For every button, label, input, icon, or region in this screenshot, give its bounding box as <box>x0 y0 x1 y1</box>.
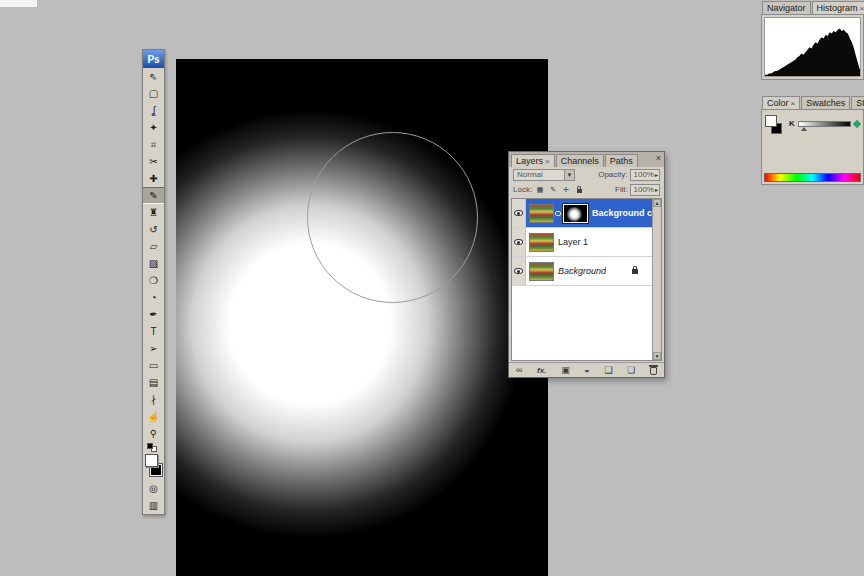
tab-styles-label: Styl <box>856 98 864 108</box>
layers-palette-footer: ∞ fx. ▣ ◒ ❑ ❏ <box>509 362 664 377</box>
history-brush-tool[interactable]: ↺ <box>143 221 164 238</box>
tab-styles[interactable]: Styl <box>851 96 864 109</box>
layer-thumbnail[interactable] <box>529 262 554 281</box>
zoom-tool[interactable]: ⚲ <box>143 425 164 442</box>
link-layers-icon[interactable]: ∞ <box>516 365 522 375</box>
layers-scrollbar[interactable]: ▲ ▼ <box>652 199 661 360</box>
quick-mask-button[interactable]: ◎ <box>143 480 164 497</box>
new-group-icon[interactable]: ❑ <box>604 365 612 375</box>
layer-mask-thumbnail[interactable] <box>563 204 588 223</box>
blur-tool[interactable]: ❍ <box>143 272 164 289</box>
tools-palette: Ps ⇖ ▢ ʆ ✦ ⌗ ✂ ✚ ✎ ♜ ↺ ▱ ▨ ❍ ◔ ✒ T ➢ ▭ ▤… <box>142 49 165 515</box>
lock-transparency-icon[interactable]: ▦ <box>535 184 545 195</box>
layer-style-icon[interactable]: fx. <box>537 366 546 375</box>
photoshop-workspace: Ps ⇖ ▢ ʆ ✦ ⌗ ✂ ✚ ✎ ♜ ↺ ▱ ▨ ❍ ◔ ✒ T ➢ ▭ ▤… <box>0 0 864 576</box>
tab-paths-label: Paths <box>610 156 633 166</box>
add-mask-icon[interactable]: ▣ <box>561 365 570 375</box>
lasso-tool[interactable]: ʆ <box>143 102 164 119</box>
opacity-value: 100% <box>634 170 654 179</box>
k-slider-row: K <box>789 119 860 128</box>
healing-brush-tool[interactable]: ✚ <box>143 170 164 187</box>
lock-pixels-icon[interactable]: ✎ <box>548 184 558 195</box>
color-body: K <box>761 109 864 185</box>
lock-fill-row: Lock: ▦ ✎ ✛ Fill: 100% ▸ <box>509 182 664 197</box>
eyedropper-tool[interactable]: ∤ <box>143 391 164 408</box>
blend-mode-value: Normal <box>517 170 543 179</box>
fill-field[interactable]: 100% ▸ <box>630 184 660 196</box>
opacity-flyout-icon[interactable]: ▸ <box>655 171 658 178</box>
scroll-down-icon[interactable]: ▼ <box>653 352 661 360</box>
type-tool[interactable]: T <box>143 323 164 340</box>
k-slider-marker[interactable] <box>801 127 807 131</box>
layer-list: Background c... Layer 1 Background <box>511 198 662 361</box>
layer-thumbnail[interactable] <box>529 233 554 252</box>
k-slider-ramp[interactable] <box>798 121 851 127</box>
magic-wand-tool[interactable]: ✦ <box>143 119 164 136</box>
pen-tool[interactable]: ✒ <box>143 306 164 323</box>
fill-flyout-icon[interactable]: ▸ <box>655 186 658 193</box>
gradient-tool[interactable]: ▨ <box>143 255 164 272</box>
visibility-toggle[interactable] <box>512 257 526 285</box>
new-layer-icon[interactable]: ❏ <box>627 365 635 375</box>
foreground-color-swatch[interactable] <box>145 454 158 467</box>
histogram-panel-tabbar: Navigator Histogram × <box>761 1 864 14</box>
foreground-background-colors <box>143 453 164 480</box>
delete-layer-icon[interactable] <box>650 367 657 375</box>
histogram-display <box>764 17 861 77</box>
dodge-tool[interactable]: ◔ <box>143 289 164 306</box>
notes-tool[interactable]: ▤ <box>143 374 164 391</box>
tab-paths[interactable]: Paths <box>605 154 638 167</box>
tab-navigator[interactable]: Navigator <box>762 1 811 14</box>
color-spectrum-bar[interactable] <box>764 173 861 182</box>
layer-row-layer1[interactable]: Layer 1 <box>512 228 652 257</box>
eye-icon <box>514 268 523 274</box>
tab-navigator-label: Navigator <box>767 3 806 13</box>
slice-tool[interactable]: ✂ <box>143 153 164 170</box>
blend-mode-dropdown[interactable]: Normal ▼ <box>513 169 575 181</box>
eye-icon <box>514 210 523 216</box>
tab-close-icon[interactable]: × <box>791 99 796 108</box>
document-canvas[interactable] <box>176 59 548 576</box>
tab-close-icon[interactable]: × <box>545 157 550 166</box>
fill-value: 100% <box>634 185 654 194</box>
foreground-color-swatch[interactable] <box>765 115 777 127</box>
tab-swatches[interactable]: Swatches <box>801 96 850 109</box>
layers-palette-tabbar: Layers × Channels Paths × <box>509 152 664 167</box>
locked-layer-icon <box>632 269 638 274</box>
lock-all-button[interactable] <box>574 184 584 195</box>
move-tool[interactable]: ⇖ <box>143 68 164 85</box>
clone-stamp-tool[interactable]: ♜ <box>143 204 164 221</box>
marquee-tool[interactable]: ▢ <box>143 85 164 102</box>
tab-color[interactable]: Color × <box>762 96 800 109</box>
tab-layers[interactable]: Layers × <box>511 154 555 167</box>
lock-position-icon[interactable]: ✛ <box>561 184 571 195</box>
visibility-toggle[interactable] <box>512 228 526 256</box>
layers-palette: Layers × Channels Paths × Normal ▼ Opaci… <box>508 151 665 378</box>
shape-tool[interactable]: ▭ <box>143 357 164 374</box>
tab-channels[interactable]: Channels <box>556 154 604 167</box>
path-select-tool[interactable]: ➢ <box>143 340 164 357</box>
layer-name: Background c... <box>592 208 652 218</box>
opacity-field[interactable]: 100% ▸ <box>630 169 660 181</box>
histogram-shape <box>765 26 860 76</box>
crop-tool[interactable]: ⌗ <box>143 136 164 153</box>
mask-link-icon[interactable] <box>555 211 561 216</box>
chevron-down-icon[interactable]: ▼ <box>564 170 574 180</box>
color-panel: Color × Swatches Styl K <box>761 96 864 185</box>
layer-thumbnail[interactable] <box>529 204 554 223</box>
screen-mode-button[interactable]: ▥ <box>143 497 164 514</box>
palette-close-icon[interactable]: × <box>656 154 661 163</box>
tab-swatches-label: Swatches <box>806 98 845 108</box>
tab-histogram[interactable]: Histogram × <box>812 1 864 14</box>
layer-row-background[interactable]: Background <box>512 257 652 286</box>
tab-close-icon[interactable]: × <box>860 4 864 13</box>
layer-row-background-copy[interactable]: Background c... <box>512 199 652 228</box>
brush-tool[interactable]: ✎ <box>143 187 164 204</box>
photoshop-logo: Ps <box>143 50 164 68</box>
visibility-toggle[interactable] <box>512 199 526 227</box>
hand-tool[interactable]: ☝ <box>143 408 164 425</box>
scroll-up-icon[interactable]: ▲ <box>653 199 661 207</box>
default-colors-icon[interactable] <box>143 442 164 453</box>
adjustment-layer-icon[interactable]: ◒ <box>584 365 589 375</box>
eraser-tool[interactable]: ▱ <box>143 238 164 255</box>
